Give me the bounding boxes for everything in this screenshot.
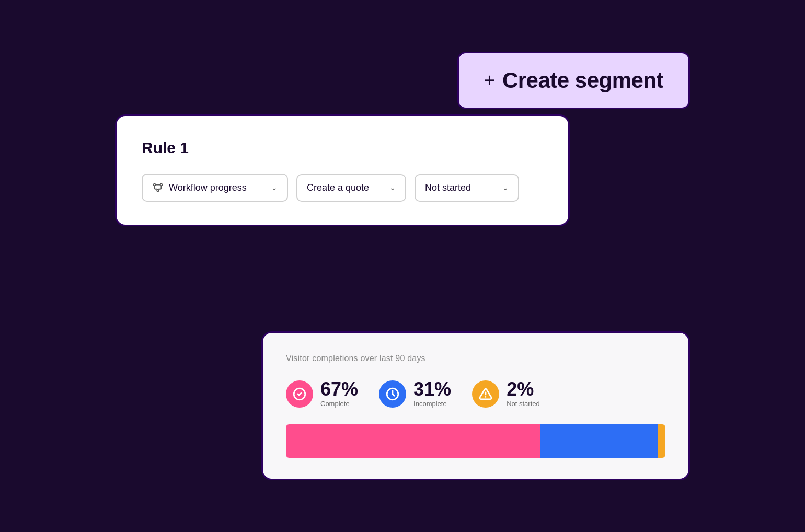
plus-icon: + [484, 71, 495, 90]
incomplete-label: Incomplete [413, 400, 451, 408]
incomplete-percent: 31% [413, 380, 451, 399]
progress-incomplete-segment [540, 424, 658, 458]
workflow-dropdown-text: Workflow progress [169, 182, 266, 193]
notstarted-icon [472, 380, 499, 408]
chevron-down-icon: ⌄ [271, 183, 278, 192]
create-segment-label: Create segment [502, 68, 663, 93]
stats-card: Visitor completions over last 90 days 67… [261, 331, 690, 480]
progress-notstarted-segment [658, 424, 665, 458]
create-quote-dropdown[interactable]: Create a quote ⌄ [296, 174, 406, 202]
svg-point-2 [157, 190, 159, 192]
workflow-icon [152, 182, 164, 193]
incomplete-icon [379, 380, 406, 408]
workflow-progress-dropdown[interactable]: Workflow progress ⌄ [142, 174, 288, 202]
status-dropdown-text: Not started [425, 182, 497, 193]
chevron-down-icon: ⌄ [389, 183, 396, 192]
complete-stat: 67% Complete [286, 380, 358, 408]
status-dropdown[interactable]: Not started ⌄ [415, 174, 519, 202]
rule-title: Rule 1 [142, 139, 543, 157]
create-segment-button[interactable]: + Create segment [457, 52, 690, 109]
quote-dropdown-text: Create a quote [307, 182, 384, 193]
progress-complete-segment [286, 424, 540, 458]
notstarted-percent: 2% [507, 380, 540, 399]
complete-percent: 67% [320, 380, 358, 399]
stats-subtitle: Visitor completions over last 90 days [286, 354, 665, 363]
rule-card: Rule 1 Workflow progress ⌄ [115, 114, 570, 226]
incomplete-stat: 31% Incomplete [379, 380, 451, 408]
complete-label: Complete [320, 400, 358, 408]
progress-bar [286, 424, 665, 458]
chevron-down-icon: ⌄ [502, 183, 509, 192]
notstarted-label: Not started [507, 400, 540, 408]
complete-icon [286, 380, 313, 408]
stats-row: 67% Complete 31% Incomplete [286, 380, 665, 408]
notstarted-stat: 2% Not started [472, 380, 540, 408]
dropdowns-row: Workflow progress ⌄ Create a quote ⌄ Not… [142, 174, 543, 202]
